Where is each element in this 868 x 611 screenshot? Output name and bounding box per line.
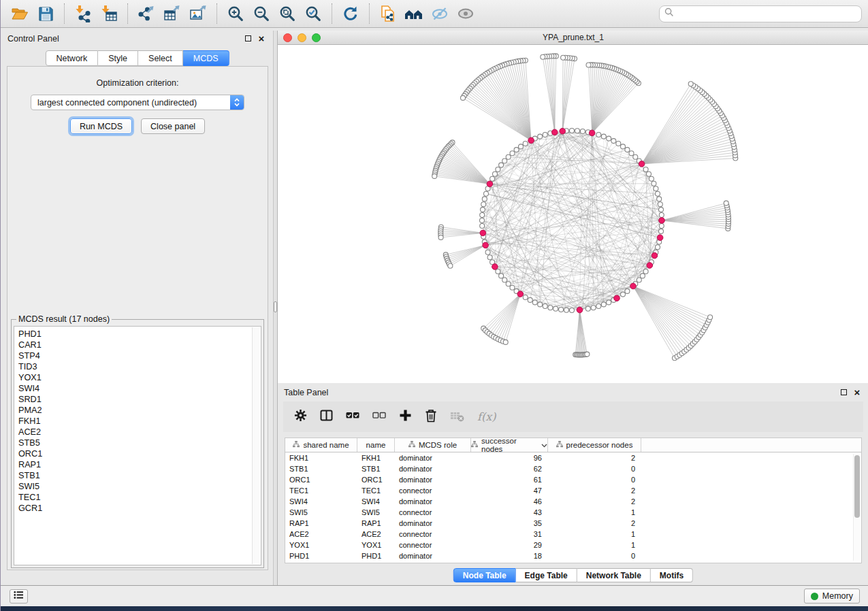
graph-dominator-node[interactable] [657, 235, 663, 241]
graph-dominator-node[interactable] [630, 283, 637, 289]
graph-node[interactable] [601, 302, 606, 307]
graph-dominator-node[interactable] [480, 230, 486, 236]
list-item-srd1[interactable]: SRD1 [18, 394, 261, 405]
delete-column-button[interactable] [425, 409, 437, 425]
tab-style[interactable]: Style [98, 50, 138, 66]
splitter-grip[interactable] [274, 301, 277, 312]
graph-node[interactable] [553, 306, 558, 311]
graph-node[interactable] [601, 134, 606, 139]
graph-node[interactable] [656, 191, 660, 196]
graph-node[interactable] [510, 285, 515, 290]
table-settings-gear-button[interactable] [294, 409, 307, 425]
select-all-rows-button[interactable] [346, 410, 359, 424]
tab-node-table[interactable]: Node Table [453, 568, 516, 582]
graph-node[interactable] [607, 300, 611, 305]
graph-node[interactable] [487, 255, 492, 260]
graph-node[interactable] [570, 129, 575, 133]
graph-node[interactable] [649, 176, 654, 181]
graph-node[interactable] [528, 297, 532, 302]
graph-node[interactable] [654, 186, 658, 191]
zoom-selected-button[interactable] [301, 3, 325, 24]
table-row[interactable]: TEC1TEC1connector472 [285, 485, 861, 496]
column-chooser-button[interactable] [320, 409, 333, 425]
graph-node[interactable] [461, 95, 466, 100]
graph-node[interactable] [607, 136, 611, 141]
graph-node[interactable] [490, 176, 495, 181]
graph-node[interactable] [532, 300, 537, 305]
graph-node[interactable] [658, 202, 662, 207]
graph-node[interactable] [448, 263, 453, 268]
tab-select[interactable]: Select [138, 50, 183, 66]
tab-network[interactable]: Network [45, 50, 98, 66]
graph-node[interactable] [591, 306, 596, 310]
graph-node[interactable] [432, 174, 437, 178]
column-header-shared-name[interactable]: shared name [285, 438, 357, 452]
graph-node[interactable] [647, 171, 652, 176]
search-input[interactable] [677, 9, 856, 18]
list-item-pma2[interactable]: PMA2 [18, 405, 261, 416]
graph-node[interactable] [643, 167, 648, 172]
list-item-yox1[interactable]: YOX1 [18, 372, 261, 383]
graph-node[interactable] [596, 304, 601, 309]
graph-node[interactable] [485, 250, 490, 254]
graph-node[interactable] [657, 197, 662, 201]
graph-node[interactable] [548, 306, 553, 310]
list-scrollbar-track[interactable] [252, 327, 260, 564]
graph-node[interactable] [621, 144, 626, 149]
graph-dominator-node[interactable] [652, 252, 658, 259]
graph-dominator-node[interactable] [483, 242, 489, 248]
graph-node[interactable] [559, 308, 564, 312]
graph-node[interactable] [643, 269, 648, 274]
export-table-button[interactable] [160, 3, 184, 24]
graph-node[interactable] [580, 129, 585, 134]
table-row[interactable]: SWI4SWI4dominator462 [285, 496, 861, 507]
network-canvas[interactable] [278, 45, 868, 383]
first-neighbors-button[interactable] [402, 3, 426, 24]
graph-node[interactable] [523, 295, 528, 300]
graph-node[interactable] [502, 278, 507, 282]
graph-node[interactable] [496, 167, 500, 172]
graph-node[interactable] [637, 278, 641, 282]
graph-node[interactable] [625, 288, 630, 293]
graph-node[interactable] [659, 208, 664, 212]
vertical-splitter[interactable] [273, 31, 278, 585]
graph-dominator-node[interactable] [552, 129, 558, 135]
list-item-swi5[interactable]: SWI5 [18, 481, 261, 492]
graph-dominator-node[interactable] [639, 161, 645, 167]
graph-node[interactable] [519, 144, 524, 149]
graph-node[interactable] [611, 139, 616, 144]
graph-node[interactable] [480, 218, 485, 223]
table-row[interactable]: SWI5SWI5connector431 [285, 507, 861, 518]
table-row[interactable]: FKH1FKH1dominator962 [285, 452, 861, 463]
list-item-stb5[interactable]: STB5 [18, 437, 261, 448]
tab-mcds[interactable]: MCDS [183, 50, 229, 66]
graph-node[interactable] [585, 352, 590, 357]
graph-node[interactable] [543, 133, 547, 137]
graph-fan-nodes[interactable] [432, 54, 738, 361]
graph-node[interactable] [523, 142, 528, 146]
graph-dominator-node[interactable] [589, 130, 595, 136]
duplicate-network-button[interactable] [376, 3, 400, 24]
graph-node[interactable] [481, 208, 485, 212]
tab-motifs[interactable]: Motifs [651, 568, 693, 582]
deselect-all-rows-button[interactable] [372, 410, 386, 424]
close-panel-action-button[interactable]: Close panel [141, 118, 205, 134]
column-header-successor-nodes[interactable]: successor nodes [471, 438, 548, 452]
save-session-button[interactable] [33, 3, 58, 24]
zoom-fit-button[interactable] [275, 3, 300, 24]
graph-dominator-node[interactable] [560, 128, 566, 134]
float-panel-button[interactable] [242, 33, 253, 44]
graph-node[interactable] [659, 224, 664, 229]
graph-node[interactable] [688, 82, 693, 86]
table-row[interactable]: YOX1YOX1connector291 [285, 540, 861, 550]
graph-node[interactable] [503, 340, 508, 344]
table-row[interactable]: ACE2ACE2connector311 [285, 529, 861, 540]
list-item-tid3[interactable]: TID3 [18, 361, 261, 372]
close-panel-button[interactable]: × [256, 33, 267, 44]
graph-node[interactable] [564, 308, 569, 312]
column-header-name[interactable]: name [357, 438, 395, 452]
list-item-fkh1[interactable]: FKH1 [18, 416, 261, 427]
graph-node[interactable] [616, 142, 621, 146]
zoom-out-button[interactable] [249, 3, 274, 24]
list-item-stb1[interactable]: STB1 [18, 470, 261, 481]
